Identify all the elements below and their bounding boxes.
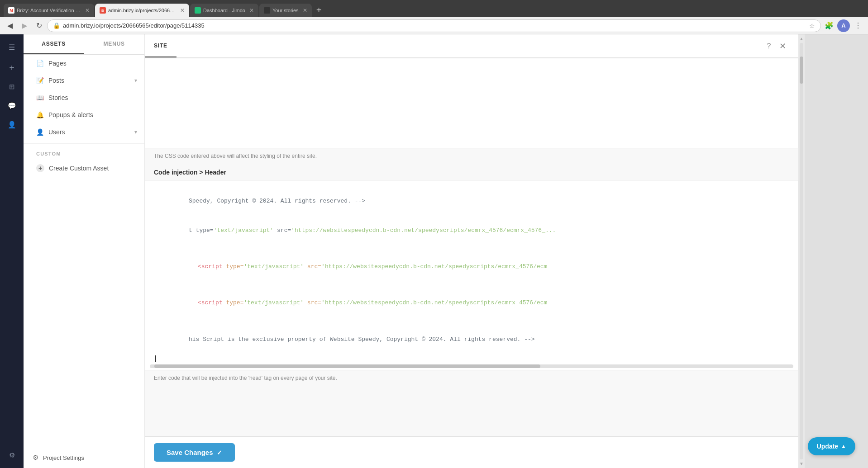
custom-divider [24,143,144,144]
users-label: Users [48,128,130,136]
custom-section-label: CUSTOM [24,147,144,159]
back-button[interactable]: ◀ [4,19,16,32]
scroll-thumb[interactable] [800,57,803,84]
app-container: ☰ + ⊞ 💬 👤 ⚙ ASSETS MENUS 📄 Pages 📝 Pos [0,34,868,468]
tab-favicon-gmail: M [8,7,14,14]
tab-add-button[interactable]: + [313,4,325,16]
project-settings-gear-icon: ⚙ [33,454,38,462]
css-hint-text: The CSS code entered above will affect t… [145,148,798,164]
tab-close-jimdo[interactable]: ✕ [249,7,254,14]
tab-favicon-brizy: B [100,7,106,14]
code-injection-label: Code injection > Header [154,169,226,176]
tab-label-stories: Your stories [272,8,299,13]
nav-item-popups[interactable]: 🔔 Popups & alerts [24,106,144,123]
browser-chrome: M Brizy: Account Verification - an... ✕ … [0,0,868,34]
nav-item-users[interactable]: 👤 Users ▾ [24,123,144,141]
project-settings-label: Project Settings [43,454,84,461]
code-injection-header: Code injection > Header [145,164,798,180]
browser-tab-brizy[interactable]: B admin.brizy.io/projects/20666... ✕ [95,4,189,17]
tab-favicon-jimdo [195,7,201,14]
address-text: admin.brizy.io/projects/20666565/editor/… [63,22,806,29]
browser-tab-gmail[interactable]: M Brizy: Account Verification - an... ✕ [4,4,94,17]
browser-tab-jimdo[interactable]: Dashboard - Jimdo ✕ [190,4,258,17]
code-line-8: his Script is the exclusive property of … [153,325,790,354]
menu-button[interactable]: ⋮ [852,19,864,32]
code-line-1: Speedy, Copyright © 2024. All rights res… [153,187,790,216]
code-line-7 [153,317,790,325]
sidebar-users-icon[interactable]: 👤 [4,117,20,133]
sidebar-menu-icon[interactable]: ☰ [4,39,20,55]
right-preview-area [805,34,868,468]
code-cursor [155,355,156,362]
panel-tabs: ASSETS MENUS [24,34,144,55]
left-panel: ASSETS MENUS 📄 Pages 📝 Posts ▾ 📖 Stories [24,34,145,468]
code-horizontal-scrollbar[interactable] [150,364,793,368]
users-icon: 👤 [36,128,44,136]
create-custom-plus-icon: + [36,164,44,172]
tab-close-brizy[interactable]: ✕ [180,7,185,14]
sidebar-add-icon[interactable]: + [4,60,20,76]
save-check-icon: ✓ [217,449,222,456]
stories-label: Stories [48,94,137,101]
save-changes-button[interactable]: Save Changes ✓ [154,443,235,462]
posts-icon: 📝 [36,77,44,84]
nav-item-pages[interactable]: 📄 Pages [24,55,144,72]
browser-tabbar: M Brizy: Account Verification - an... ✕ … [0,0,868,17]
posts-label: Posts [48,77,130,84]
content-header: SITE ? ✕ [145,34,798,58]
tab-favicon-stories [264,7,270,14]
code-footer-hint: Enter code that will be injected into th… [145,370,798,386]
bookmark-icon[interactable]: ☆ [809,22,815,29]
dark-sidebar: ☰ + ⊞ 💬 👤 ⚙ [0,34,24,468]
content-scroll-area[interactable]: The CSS code entered above will affect t… [145,58,798,436]
main-content: SITE ? ✕ The CSS code entered above will… [145,34,798,468]
panel-nav: 📄 Pages 📝 Posts ▾ 📖 Stories 🔔 Popups & a… [24,55,144,447]
tab-assets[interactable]: ASSETS [24,34,84,54]
code-line-2: t type='text/javascript' src='https://we… [153,216,790,245]
address-bar[interactable]: 🔒 admin.brizy.io/projects/20666565/edito… [47,19,821,32]
scroll-up-arrow[interactable]: ▲ [798,35,805,42]
sidebar-chat-icon[interactable]: 💬 [4,98,20,114]
sidebar-settings-icon[interactable]: ⚙ [4,447,20,463]
site-tab[interactable]: SITE [145,34,176,57]
popups-icon: 🔔 [36,111,44,118]
browser-tab-stories[interactable]: Your stories ✕ [259,4,312,17]
forward-button[interactable]: ▶ [18,19,31,32]
code-line-5 [153,281,790,288]
update-arrow-icon: ▲ [841,443,846,449]
header-code-editor[interactable]: Speedy, Copyright © 2024. All rights res… [145,180,798,370]
header-help-button[interactable]: ? [762,34,776,57]
browser-navbar: ◀ ▶ ↻ 🔒 admin.brizy.io/projects/20666565… [0,17,868,34]
security-icon: 🔒 [53,22,60,29]
code-line-6: <script type='text/javascript' src='http… [153,288,790,317]
sidebar-layout-icon[interactable]: ⊞ [4,79,20,95]
nav-item-stories[interactable]: 📖 Stories [24,89,144,106]
tab-close-stories[interactable]: ✕ [303,7,307,14]
extensions-button[interactable]: 🧩 [823,19,835,32]
users-arrow-icon: ▾ [134,129,137,135]
tab-label-jimdo: Dashboard - Jimdo [203,8,245,13]
css-code-editor[interactable] [145,58,798,148]
tab-label-gmail: Brizy: Account Verification - an... [17,8,81,13]
create-custom-asset-item[interactable]: + Create Custom Asset [24,159,144,177]
popups-label: Popups & alerts [48,111,137,118]
reload-button[interactable]: ↻ [33,19,45,32]
pages-label: Pages [48,60,137,67]
update-button[interactable]: Update ▲ [808,437,855,455]
stories-icon: 📖 [36,94,44,101]
create-custom-label: Create Custom Asset [49,165,137,172]
tab-label-brizy: admin.brizy.io/projects/20666... [108,8,176,13]
nav-item-posts[interactable]: 📝 Posts ▾ [24,72,144,89]
right-scroll-area: ▲ ▼ [798,34,805,468]
scroll-down-arrow[interactable]: ▼ [798,460,805,467]
tab-menus[interactable]: MENUS [84,34,145,54]
posts-arrow-icon: ▾ [134,77,137,84]
panel-footer[interactable]: ⚙ Project Settings [24,447,144,468]
pages-icon: 📄 [36,60,44,67]
code-line-3 [153,245,790,252]
tab-close-gmail[interactable]: ✕ [85,7,90,14]
code-line-4: <script type='text/javascript' src='http… [153,252,790,281]
profile-button[interactable]: A [837,19,850,32]
header-close-button[interactable]: ✕ [776,34,789,57]
scroll-track[interactable] [800,43,803,459]
